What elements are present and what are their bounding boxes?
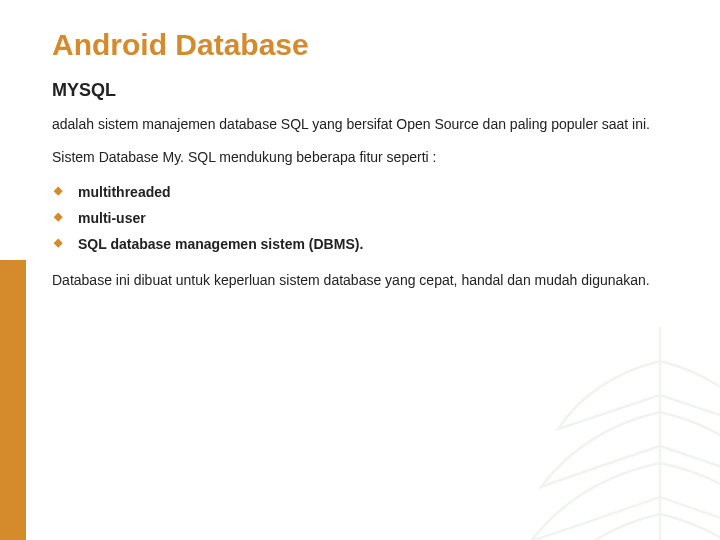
support-line: Sistem Database My. SQL mendukung bebera… [52, 148, 668, 167]
page-title: Android Database [52, 28, 668, 62]
accent-bar [0, 260, 26, 540]
list-item: multi-user [52, 205, 668, 231]
slide-content: Android Database MYSQL adalah sistem man… [0, 0, 720, 290]
list-item: SQL database managemen sistem (DBMS). [52, 231, 668, 257]
feature-list: multithreaded multi-user SQL database ma… [52, 179, 668, 257]
subtitle: MYSQL [52, 80, 668, 101]
closing-paragraph: Database ini dibuat untuk keperluan sist… [52, 271, 668, 290]
intro-paragraph: adalah sistem manajemen database SQL yan… [52, 115, 668, 134]
leaf-watermark-icon [490, 310, 720, 540]
list-item: multithreaded [52, 179, 668, 205]
